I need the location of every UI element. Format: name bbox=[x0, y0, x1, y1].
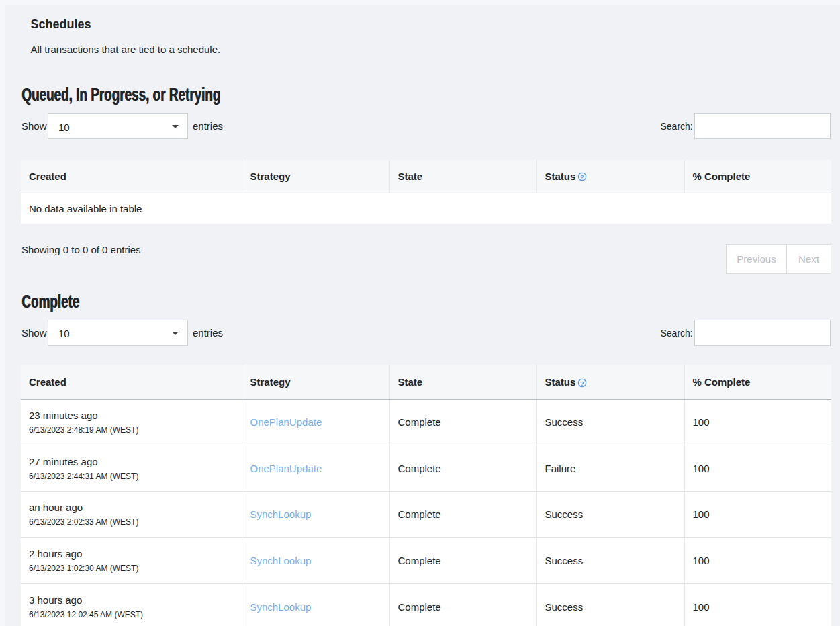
svg-text:?: ? bbox=[580, 173, 584, 181]
svg-text:?: ? bbox=[580, 379, 584, 386]
